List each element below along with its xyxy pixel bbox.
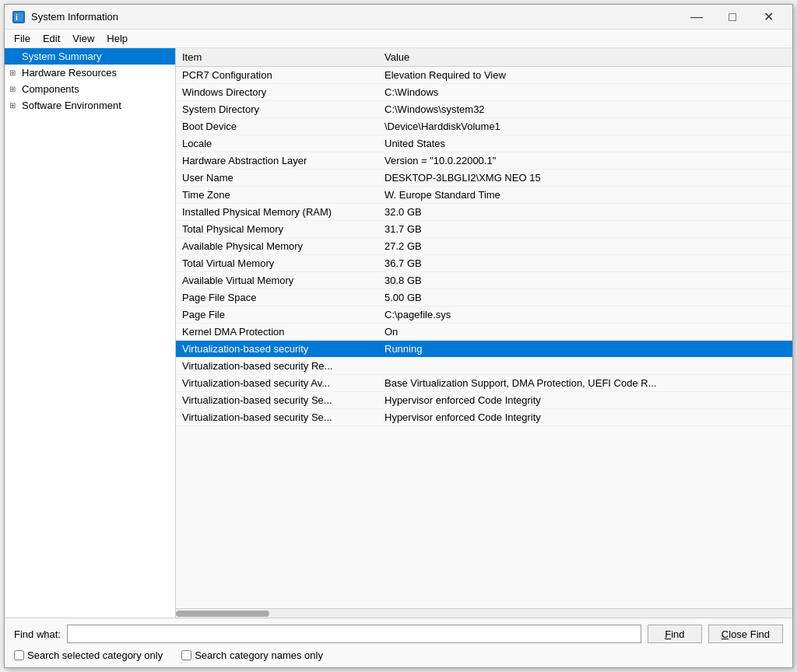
table-row[interactable]: PCR7 ConfigurationElevation Required to …: [176, 67, 792, 84]
maximize-button[interactable]: □: [714, 5, 750, 30]
table-cell-item: Hardware Abstraction Layer: [176, 152, 378, 170]
table-row[interactable]: Time ZoneW. Europe Standard Time: [176, 187, 792, 204]
table-row[interactable]: Virtualization-based security Av...Base …: [176, 375, 792, 392]
menu-bar: File Edit View Help: [5, 30, 792, 48]
table-row[interactable]: System DirectoryC:\Windows\system32: [176, 101, 792, 118]
table-row[interactable]: Installed Physical Memory (RAM)32.0 GB: [176, 204, 792, 221]
find-label: Find what:: [14, 628, 61, 640]
table-cell-value: Version = "10.0.22000.1": [378, 152, 792, 170]
table-row[interactable]: Page File Space5.00 GB: [176, 289, 792, 306]
table-cell-value: DESKTOP-3LBGLI2\XMG NEO 15: [378, 170, 792, 187]
table-cell-value: 5.00 GB: [378, 289, 792, 306]
table-row[interactable]: Windows DirectoryC:\Windows: [176, 84, 792, 101]
table-row[interactable]: Kernel DMA ProtectionOn: [176, 324, 792, 341]
table-cell-value: C:\pagefile.sys: [378, 306, 792, 324]
sidebar-label-hardware: Hardware Resources: [22, 67, 117, 79]
table-cell-value: 32.0 GB: [378, 204, 792, 221]
table-cell-value: 36.7 GB: [378, 255, 792, 272]
table-cell-item: Installed Physical Memory (RAM): [176, 204, 378, 221]
table-cell-item: Locale: [176, 135, 378, 152]
table-row[interactable]: Available Physical Memory27.2 GB: [176, 238, 792, 255]
menu-view[interactable]: View: [66, 31, 100, 46]
search-category-names-label[interactable]: Search category names only: [181, 649, 323, 661]
sidebar-item-hardware-resources[interactable]: ⊞ Hardware Resources: [5, 65, 175, 81]
table-row[interactable]: Total Physical Memory31.7 GB: [176, 221, 792, 238]
table-cell-value: 30.8 GB: [378, 272, 792, 289]
table-cell-item: PCR7 Configuration: [176, 67, 378, 84]
expand-icon-software: ⊞: [9, 101, 22, 110]
table-row[interactable]: Available Virtual Memory30.8 GB: [176, 272, 792, 289]
checkboxes-row: Search selected category only Search cat…: [14, 649, 783, 661]
expand-icon-components: ⊞: [9, 85, 22, 93]
table-cell-item: Virtualization-based security Se...: [176, 392, 378, 409]
table-row[interactable]: Virtualization-based security Se...Hyper…: [176, 409, 792, 426]
table-cell-item: Available Virtual Memory: [176, 272, 378, 289]
search-selected-category-checkbox[interactable]: [14, 650, 24, 660]
sidebar-label-software: Software Environment: [22, 100, 121, 111]
table-cell-value: \Device\HarddiskVolume1: [378, 118, 792, 135]
horizontal-scroll-area[interactable]: [176, 608, 792, 618]
menu-file[interactable]: File: [8, 31, 37, 46]
table-cell-item: Kernel DMA Protection: [176, 324, 378, 341]
search-selected-category-label[interactable]: Search selected category only: [14, 649, 163, 661]
svg-text:i: i: [16, 13, 18, 22]
table-row[interactable]: Boot Device\Device\HarddiskVolume1: [176, 118, 792, 135]
title-bar: i System Information — □ ✕: [5, 5, 792, 30]
table-cell-item: Virtualization-based security: [176, 341, 378, 358]
table-row[interactable]: Total Virtual Memory36.7 GB: [176, 255, 792, 272]
table-cell-value: Running: [378, 341, 792, 358]
menu-help[interactable]: Help: [100, 31, 134, 46]
menu-edit[interactable]: Edit: [37, 31, 66, 46]
table-row[interactable]: Page FileC:\pagefile.sys: [176, 306, 792, 324]
content-area: Item Value PCR7 ConfigurationElevation R…: [176, 48, 792, 618]
table-cell-value: Hypervisor enforced Code Integrity: [378, 409, 792, 426]
table-cell-item: Virtualization-based security Av...: [176, 375, 378, 392]
sidebar-item-system-summary[interactable]: System Summary: [5, 48, 175, 65]
table-row[interactable]: LocaleUnited States: [176, 135, 792, 152]
table-row[interactable]: Virtualization-based security Re...: [176, 358, 792, 375]
table-cell-value: 27.2 GB: [378, 238, 792, 255]
table-container[interactable]: Item Value PCR7 ConfigurationElevation R…: [176, 48, 792, 608]
table-row[interactable]: Hardware Abstraction LayerVersion = "10.…: [176, 152, 792, 170]
sidebar-item-components[interactable]: ⊞ Components: [5, 81, 175, 97]
main-area: System Summary ⊞ Hardware Resources ⊞ Co…: [5, 48, 792, 618]
bottom-panel: Find what: Find Close Find Search select…: [5, 618, 792, 667]
table-cell-item: Virtualization-based security Re...: [176, 358, 378, 375]
table-cell-value: Elevation Required to View: [378, 67, 792, 84]
main-window: i System Information — □ ✕ File Edit Vie…: [4, 4, 793, 668]
minimize-button[interactable]: —: [679, 5, 714, 30]
table-cell-value: W. Europe Standard Time: [378, 187, 792, 204]
sidebar-item-software-environment[interactable]: ⊞ Software Environment: [5, 97, 175, 114]
table-cell-value: Base Virtualization Support, DMA Protect…: [378, 375, 792, 392]
table-cell-item: User Name: [176, 170, 378, 187]
sidebar-label-system-summary: System Summary: [22, 51, 102, 62]
table-cell-item: Total Virtual Memory: [176, 255, 378, 272]
info-table: Item Value PCR7 ConfigurationElevation R…: [176, 48, 792, 426]
table-cell-value: C:\Windows\system32: [378, 101, 792, 118]
table-cell-item: Virtualization-based security Se...: [176, 409, 378, 426]
app-icon: i: [11, 9, 26, 25]
table-cell-value: Hypervisor enforced Code Integrity: [378, 392, 792, 409]
table-cell-item: Page File: [176, 306, 378, 324]
window-controls: — □ ✕: [679, 5, 786, 30]
close-find-button[interactable]: Close Find: [708, 625, 783, 643]
find-button[interactable]: Find: [648, 625, 702, 643]
table-header-row: Item Value: [176, 48, 792, 67]
sidebar: System Summary ⊞ Hardware Resources ⊞ Co…: [5, 48, 176, 618]
column-header-value: Value: [378, 48, 792, 67]
find-input[interactable]: [67, 625, 641, 643]
table-cell-value: On: [378, 324, 792, 341]
close-button[interactable]: ✕: [750, 5, 786, 30]
table-row[interactable]: User NameDESKTOP-3LBGLI2\XMG NEO 15: [176, 170, 792, 187]
table-cell-value: United States: [378, 135, 792, 152]
column-header-item: Item: [176, 48, 378, 67]
table-row[interactable]: Virtualization-based securityRunning: [176, 341, 792, 358]
table-cell-item: Windows Directory: [176, 84, 378, 101]
search-category-names-text: Search category names only: [195, 649, 323, 661]
table-row[interactable]: Virtualization-based security Se...Hyper…: [176, 392, 792, 409]
table-cell-item: Boot Device: [176, 118, 378, 135]
horizontal-scrollbar-thumb: [176, 611, 269, 617]
search-category-names-checkbox[interactable]: [181, 650, 191, 660]
sidebar-label-components: Components: [22, 83, 79, 95]
table-cell-item: Time Zone: [176, 187, 378, 204]
